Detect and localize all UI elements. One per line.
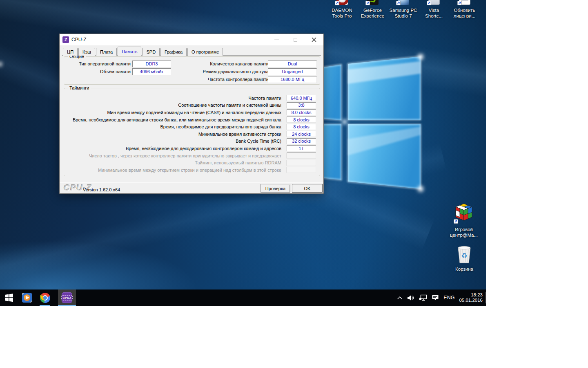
timing-label: Соотношение частоты памяти и системной ш… (178, 103, 287, 108)
tab-label: Графика (165, 49, 183, 54)
memory-size-label: Объём памяти (100, 69, 131, 74)
tab-mainboard[interactable]: Плата (96, 48, 117, 56)
group-timings-legend: Тайминги (68, 85, 91, 90)
shortcut-vista[interactable]: VistaShortc... (419, 0, 449, 19)
footer-separator (60, 182, 323, 182)
timing-row: Соотношение частоты памяти и системной ш… (67, 102, 316, 109)
timing-value (287, 167, 316, 173)
svg-text:♻: ♻ (461, 251, 467, 260)
timing-value: 32 clocks (287, 138, 316, 144)
taskbar-cpuz[interactable]: CPUZ (58, 289, 76, 306)
tab-spd[interactable]: SPD (142, 48, 160, 56)
timing-label: Тайминг, используемый памятью RDRAM (195, 160, 287, 165)
timing-value: 3:8 (287, 102, 316, 108)
memory-type-label: Тип оперативной памяти (79, 61, 131, 66)
tab-memory[interactable]: Память (118, 47, 141, 56)
tab-label: О программе (192, 49, 219, 54)
cpuz-window: Z CPU-Z ЦП Кэш Плата Память SPD Графика … (59, 34, 324, 194)
channels-label: Количество каналов памяти (210, 61, 269, 66)
version-text: Version 1.62.0.x64 (83, 187, 120, 192)
validate-button[interactable]: Проверка (261, 184, 290, 193)
close-button[interactable] (305, 34, 323, 45)
clock[interactable]: 18:23 05.01.2016 (459, 292, 483, 303)
shortcut-update-license[interactable]: Обновитьлицензи... (449, 0, 480, 19)
taskbar: CPUZ ENG 18:23 05.01.2016 (0, 289, 486, 306)
close-icon (312, 37, 316, 42)
shortcut-label: DAEMONTools Pro (332, 7, 352, 19)
taskbar-media-player[interactable] (18, 289, 36, 306)
desktop-shortcut-row: DAEMONTools Pro GeForceExperience Samsun… (327, 0, 480, 19)
shortcut-arrow-icon (365, 1, 370, 5)
tray-chevron-up-icon[interactable] (397, 296, 403, 300)
clock-date: 05.01.2016 (459, 298, 483, 303)
timing-row: Минимальное время между открытием строки… (67, 166, 316, 174)
cpuz-titlebar[interactable]: Z CPU-Z (60, 34, 323, 45)
clock-time: 18:23 (459, 292, 483, 298)
media-player-icon (22, 293, 32, 303)
tabstrip: ЦП Кэш Плата Память SPD Графика О програ… (63, 47, 320, 56)
timing-value: 8 clocks (287, 117, 316, 123)
tab-label: SPD (146, 49, 156, 54)
tab-cpu[interactable]: ЦП (63, 48, 78, 56)
shortcut-game-center[interactable]: Игровойцентр@Ma... (445, 202, 483, 238)
nb-frequency-label: Частота контроллера памяти (208, 77, 269, 82)
dc-mode-value: Unganged (268, 68, 317, 75)
timing-value (287, 153, 316, 159)
tab-label: Память (122, 49, 137, 54)
timing-label: Bank Cycle Time (tRC) (236, 139, 287, 144)
timing-row: Bank Cycle Time (tRC)32 clocks (67, 138, 316, 145)
memory-size-value: 4096 мбайт (132, 68, 171, 75)
minimize-button[interactable] (267, 34, 286, 45)
timing-value (287, 160, 316, 166)
shortcut-arrow-icon (454, 219, 458, 224)
maximize-button[interactable] (286, 34, 305, 45)
timing-label: Минимальное время активности строки (198, 132, 287, 137)
shortcut-geforce-experience[interactable]: GeForceExperience (357, 0, 388, 19)
recycle-bin-icon: ♻ (455, 245, 474, 264)
ok-button[interactable]: OK (292, 184, 323, 193)
timing-row: Частота памяти640.0 МГц (67, 94, 316, 102)
tab-label: ЦП (67, 49, 74, 54)
timing-row: Время, необходимое для предварительного … (67, 123, 316, 130)
recycle-bin[interactable]: ♻ Корзина (445, 245, 483, 272)
tab-cache[interactable]: Кэш (78, 48, 95, 56)
timing-label: Время, необходимое для декодирования кон… (126, 146, 287, 151)
tab-label: Кэш (82, 49, 91, 54)
shortcut-samsung-pc-studio[interactable]: Samsung PCStudio 7 (388, 0, 419, 19)
tab-about[interactable]: О программе (187, 48, 223, 56)
timing-label: Частота памяти (248, 96, 287, 101)
timing-row: Время, необходимое для декодирования кон… (67, 145, 316, 152)
shortcut-arrow-icon (427, 1, 431, 5)
cpuz-taskbar-icon: CPUZ (62, 292, 72, 303)
taskbar-chrome[interactable] (36, 289, 54, 306)
recycle-bin-label: Корзина (455, 266, 473, 272)
shortcut-label: Игровойцентр@Ma... (450, 227, 478, 238)
timing-row: Время, необходимое для активации строки … (67, 116, 316, 123)
tab-graphics[interactable]: Графика (160, 48, 187, 56)
timing-row: Мин время между подачей команды на чтени… (67, 109, 316, 116)
start-button[interactable] (0, 289, 18, 306)
shortcut-daemon-tools[interactable]: DAEMONTools Pro (327, 0, 357, 19)
chrome-icon (40, 293, 50, 303)
shortcut-arrow-icon (457, 1, 462, 5)
maximize-icon (294, 38, 297, 42)
timing-row: Минимальное время активности строки24 cl… (67, 130, 316, 138)
timing-value: 8.0 clocks (287, 109, 316, 115)
group-timings: Тайминги Частота памяти640.0 МГц Соотнош… (64, 88, 320, 176)
shortcut-label: Samsung PCStudio 7 (390, 7, 417, 19)
timing-row: Число тактов , через которое контроллер … (67, 152, 316, 159)
action-center-icon[interactable] (432, 294, 439, 301)
volume-icon[interactable] (407, 295, 414, 301)
system-tray: ENG 18:23 05.01.2016 (397, 289, 483, 306)
minimize-icon (274, 40, 279, 40)
timing-label: Число тактов , через которое контроллер … (89, 153, 287, 158)
language-indicator[interactable]: ENG (443, 295, 454, 301)
shortcut-arrow-icon (396, 1, 401, 5)
channels-value: Dual (268, 61, 317, 67)
shortcut-arrow-icon (335, 1, 339, 5)
shortcut-label: GeForceExperience (361, 7, 385, 19)
nb-frequency-value: 1680.0 МГц (268, 76, 317, 83)
show-desktop-button[interactable] (486, 292, 486, 303)
timing-row: Тайминг, используемый памятью RDRAM (67, 159, 316, 166)
network-icon[interactable] (419, 294, 427, 301)
